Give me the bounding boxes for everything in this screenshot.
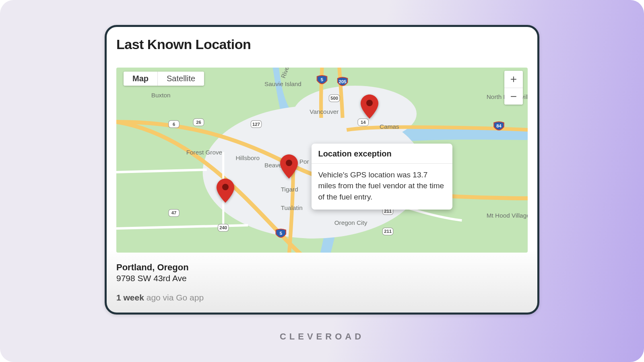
road-shield: 127	[251, 121, 262, 128]
map-label: Hillsboro	[235, 154, 260, 161]
map-type-toggle: Map Satellite	[124, 72, 204, 86]
road-shield: 240	[218, 224, 229, 231]
svg-text:84: 84	[496, 123, 502, 128]
road-shield: 14	[358, 119, 369, 126]
location-address: 9798 SW 43rd Ave	[116, 274, 528, 283]
popup-title: Location exception	[312, 144, 452, 164]
road-shield: 5	[317, 76, 327, 84]
svg-text:5: 5	[321, 77, 323, 82]
svg-text:14: 14	[361, 120, 366, 125]
map-type-map-button[interactable]: Map	[124, 72, 157, 86]
road-shield: 211	[382, 228, 393, 235]
road-shield: 47	[169, 209, 180, 216]
brand-watermark: CLEVEROAD	[280, 331, 364, 342]
map-container[interactable]: BuxtonSauvie IslandVancouverCamasNorth B…	[116, 68, 528, 253]
card-header: Last Known Location	[107, 27, 537, 58]
map-label: Vancouver	[310, 108, 339, 115]
svg-text:5: 5	[280, 231, 282, 236]
svg-text:211: 211	[384, 229, 392, 234]
zoom-in-button[interactable]: +	[504, 71, 523, 88]
road-shield: 5	[276, 229, 286, 238]
map-label: Por	[299, 158, 309, 165]
road-shield: 205	[338, 77, 348, 86]
zoom-out-button[interactable]: −	[504, 88, 523, 105]
map-label: Buxton	[151, 92, 171, 99]
zoom-controls: + −	[504, 71, 523, 105]
svg-text:26: 26	[196, 120, 201, 125]
svg-text:127: 127	[252, 122, 260, 127]
location-city: Portland, Oregon	[116, 262, 528, 273]
svg-text:240: 240	[219, 225, 227, 230]
road-shield: 84	[494, 122, 504, 130]
location-source: ago via Go app	[144, 293, 204, 302]
map-label: Forest Grove	[186, 149, 222, 156]
map-marker-icon[interactable]	[361, 95, 378, 119]
road-shield: 26	[193, 119, 204, 126]
map-label: Oregon City	[334, 219, 367, 226]
svg-point-27	[222, 184, 229, 190]
svg-text:6: 6	[173, 122, 175, 127]
popup-body: Vehicle's GPS location was 13.7 miles fr…	[312, 164, 452, 210]
road-shield: 6	[169, 121, 180, 128]
svg-text:205: 205	[339, 79, 347, 84]
map-label: Sauvie Island	[264, 80, 301, 87]
map-info-popup: Location exceptionVehicle's GPS location…	[312, 144, 452, 210]
card-title: Last Known Location	[116, 37, 528, 52]
map-label: Tigard	[281, 186, 298, 193]
location-card: Last Known Location	[105, 25, 539, 315]
location-meta: 1 week ago via Go app	[116, 293, 528, 302]
map-marker-icon[interactable]	[280, 154, 298, 179]
map-label: Camas	[380, 123, 399, 130]
map-label: Tualatin	[281, 204, 303, 211]
svg-point-25	[366, 100, 373, 106]
map-label: Beave	[264, 162, 282, 169]
map-marker-icon[interactable]	[217, 179, 234, 203]
svg-text:500: 500	[330, 96, 338, 101]
map-label: Mt Hood Village	[487, 212, 528, 219]
card-footer: Portland, Oregon 9798 SW 43rd Ave 1 week…	[107, 253, 537, 311]
svg-point-26	[286, 160, 292, 166]
svg-text:47: 47	[171, 211, 176, 216]
map-type-satellite-button[interactable]: Satellite	[157, 72, 204, 86]
road-shield: 500	[329, 95, 340, 102]
location-age: 1 week	[116, 293, 144, 302]
